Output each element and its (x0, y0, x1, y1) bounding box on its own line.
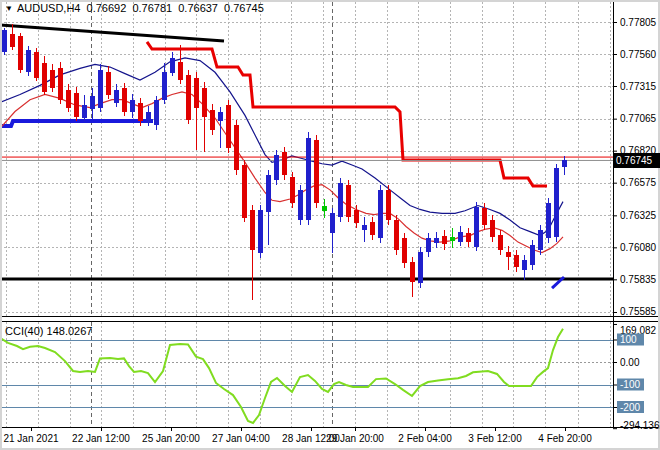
candle-body (82, 105, 87, 118)
candle-body (74, 93, 79, 117)
candle-body (90, 96, 95, 109)
candle-body (482, 208, 487, 225)
symbol-dropdown-icon[interactable]: ▼ (5, 4, 13, 13)
candle-body (378, 190, 383, 238)
price-chart-canvas[interactable]: 0.778050.775600.773150.770650.768200.765… (0, 0, 660, 450)
time-axis-label: 2 Feb 04:00 (398, 433, 452, 444)
candle-body (322, 206, 327, 211)
candle-body (138, 103, 143, 121)
candle-body (170, 58, 175, 73)
time-axis-label: 3 Feb 12:00 (468, 433, 522, 444)
price-axis-label: 0.76080 (620, 242, 657, 253)
candle-body (386, 190, 391, 220)
candle-body (42, 63, 47, 92)
candle-body (522, 260, 527, 270)
candle-body (370, 222, 375, 235)
candle-body (194, 78, 199, 108)
candle-body (554, 168, 559, 237)
quote-header: ▼AUDUSD,H4 0.76692 0.76781 0.76637 0.767… (5, 2, 267, 15)
time-axis-label: 22 Jan 12:00 (72, 433, 130, 444)
candle-body (498, 235, 503, 250)
candle-body (562, 160, 567, 167)
price-axis-label: 0.76325 (620, 210, 657, 221)
candle-body (106, 72, 111, 95)
candle-body (314, 140, 319, 203)
candle-body (10, 34, 15, 47)
candle-body (434, 238, 439, 243)
candle-body (530, 245, 535, 265)
candle-body (114, 90, 119, 103)
candle-body (122, 88, 127, 112)
candle-body (458, 232, 463, 242)
price-axis-label: 0.77805 (620, 17, 657, 28)
current-price-box: 0.76745 (613, 153, 660, 168)
candle-body (546, 203, 551, 238)
price-axis-label: 0.77560 (620, 49, 657, 60)
candle-body (218, 112, 223, 121)
candle-body (130, 100, 135, 112)
quote-close: 0.76745 (224, 2, 264, 14)
candle-body (346, 185, 351, 217)
candle-body (250, 210, 255, 250)
quote-high: 0.76781 (132, 2, 172, 14)
candle-body (258, 210, 263, 253)
candle-body (490, 220, 495, 237)
candle-body (410, 262, 415, 282)
quote-low: 0.76637 (178, 2, 218, 14)
time-axis-label: 27 Jan 04:00 (212, 433, 270, 444)
candle-body (402, 238, 407, 263)
candle-body (426, 238, 431, 252)
cci-indicator-label: CCI(40) 148.0267 (5, 325, 92, 337)
candle-body (338, 183, 343, 217)
candle-body (2, 30, 7, 52)
candle-body (58, 68, 63, 100)
candle-body (306, 138, 311, 220)
candle-body (98, 70, 103, 108)
candle-body (66, 90, 71, 108)
candle-body (162, 72, 167, 100)
candle-body (26, 50, 31, 72)
cci-axis-label: 0.00 (620, 357, 640, 368)
candle-body (474, 207, 479, 247)
price-axis-label: 0.77065 (620, 113, 657, 124)
chart-window[interactable]: 0.778050.775600.773150.770650.768200.765… (0, 0, 660, 450)
candle-body (154, 100, 159, 125)
symbol-label: AUDUSD,H4 (17, 2, 81, 14)
candle-body (362, 225, 367, 230)
price-axis-label: 0.75585 (620, 306, 657, 317)
candle-body (34, 52, 39, 78)
candle-body (394, 220, 399, 250)
candle-body (298, 190, 303, 220)
candle-body (146, 112, 151, 122)
candle-body (242, 165, 247, 218)
candle-body (290, 177, 295, 203)
time-axis-label: 29 Jan 20:00 (326, 433, 384, 444)
candle-body (266, 175, 271, 212)
price-axis-label: 0.76575 (620, 177, 657, 188)
time-axis-label: 21 Jan 2021 (3, 433, 58, 444)
candle-body (514, 255, 519, 267)
candle-body (282, 152, 287, 175)
candle-body (466, 233, 471, 242)
candle-body (50, 70, 55, 88)
cci-axis-label: -200 (620, 402, 640, 413)
candle-body (450, 237, 455, 241)
candle-body (210, 110, 215, 130)
time-axis-label: 25 Jan 20:00 (142, 433, 200, 444)
cci-axis-label: 100 (620, 334, 637, 345)
candle-body (418, 252, 423, 283)
candle-body (442, 236, 447, 244)
candle-body (538, 230, 543, 250)
candle-body (354, 210, 359, 223)
cci-axis-label: -294.1362 (620, 420, 660, 431)
candle-body (18, 36, 23, 70)
candle-body (202, 88, 207, 117)
candle-body (234, 125, 239, 170)
candle-body (506, 252, 511, 257)
candle-body (274, 155, 279, 180)
candle-body (178, 62, 183, 80)
candle-body (330, 213, 335, 233)
price-axis-label: 0.77315 (620, 81, 657, 92)
cci-axis-label: -100 (620, 379, 640, 390)
time-axis-label: 4 Feb 20:00 (538, 433, 592, 444)
